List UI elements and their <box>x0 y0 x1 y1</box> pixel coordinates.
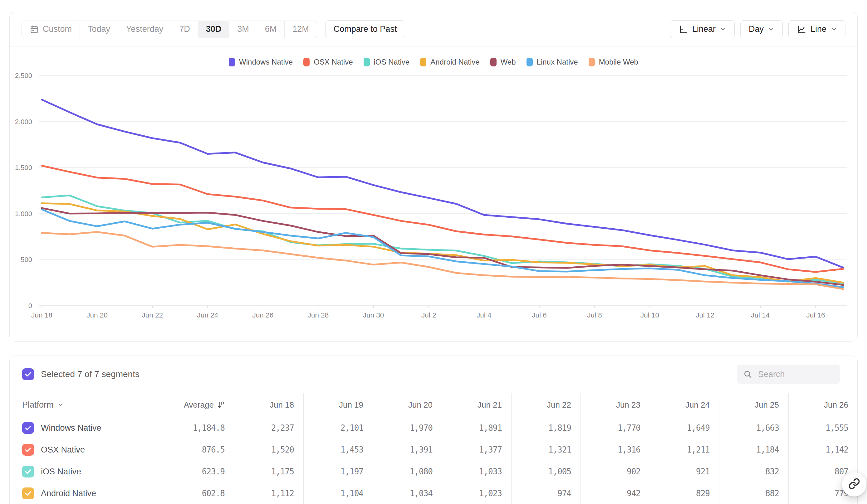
value-cell: 1,377 <box>442 439 502 461</box>
value-cell: 1,453 <box>303 439 363 461</box>
segments-table-card: Selected 7 of 7 segments PlatformAverage… <box>9 355 858 504</box>
link-icon <box>848 478 860 491</box>
value-cell: 1,520 <box>234 439 294 461</box>
table-row-android-native: Android Native602.81,1121,1041,0341,0239… <box>10 482 857 504</box>
value-cell: 1,316 <box>580 439 640 461</box>
value-cell: 1,034 <box>373 482 432 504</box>
value-cell: 832 <box>719 461 779 482</box>
value-cell: 1,211 <box>650 439 710 461</box>
row-checkbox[interactable] <box>22 465 34 478</box>
value-cell: 2,101 <box>303 417 363 439</box>
x-axis-label: Jul 4 <box>477 311 492 319</box>
x-axis-label: Jun 30 <box>363 311 384 319</box>
value-cell: 1,005 <box>511 461 571 482</box>
column-header-label: Jun 23 <box>616 400 640 410</box>
value-cell: 1,080 <box>373 461 432 482</box>
platform-name: OSX Native <box>41 439 85 461</box>
column-header-average[interactable]: Average <box>165 393 225 417</box>
chart-card: CustomTodayYesterday7D30D3M6M12M Compare… <box>9 12 858 341</box>
value-cell: 942 <box>580 482 640 504</box>
value-cell: 921 <box>650 461 710 482</box>
column-header-jun-18[interactable]: Jun 18 <box>234 393 294 417</box>
column-header-platform[interactable]: Platform <box>22 393 64 417</box>
x-axis-label: Jun 28 <box>308 311 329 319</box>
value-cell: 2,237 <box>234 417 294 439</box>
column-header-label: Jun 25 <box>754 400 779 410</box>
table-header-row: PlatformAverageJun 18Jun 19Jun 20Jun 21J… <box>10 393 857 417</box>
selected-segments-label: Selected 7 of 7 segments <box>41 356 139 393</box>
x-axis-label: Jun 18 <box>31 311 52 319</box>
platform-name: Windows Native <box>41 417 101 439</box>
x-axis-label: Jul 12 <box>696 311 714 319</box>
value-cell: 1,175 <box>234 461 294 482</box>
search-input[interactable] <box>758 369 834 380</box>
select-all-checkbox[interactable] <box>22 368 34 380</box>
line-chart-canvas: 05001,0001,5002,0002,500Jun 18Jun 20Jun … <box>10 12 858 342</box>
share-link-fab[interactable] <box>842 472 866 496</box>
value-cell: 902 <box>580 461 640 482</box>
value-cell: 829 <box>650 482 710 504</box>
column-header-label: Jun 21 <box>478 400 502 410</box>
platform-name: iOS Native <box>41 461 81 482</box>
value-cell: 1,663 <box>719 417 779 439</box>
value-cell: 1,184.8 <box>165 417 225 439</box>
row-checkbox[interactable] <box>22 487 34 499</box>
x-axis-label: Jul 6 <box>532 311 547 319</box>
value-cell: 1,321 <box>511 439 571 461</box>
value-cell: 623.9 <box>165 461 225 482</box>
y-axis-label: 0 <box>29 302 32 310</box>
value-cell: 1,112 <box>234 482 294 504</box>
x-axis-label: Jun 22 <box>142 311 163 319</box>
column-header-jun-25[interactable]: Jun 25 <box>719 393 779 417</box>
column-header-jun-24[interactable]: Jun 24 <box>650 393 710 417</box>
y-axis-label: 1,500 <box>15 164 32 172</box>
value-cell: 1,649 <box>650 417 710 439</box>
value-cell: 1,391 <box>373 439 432 461</box>
value-cell: 1,033 <box>442 461 502 482</box>
row-checkbox[interactable] <box>22 444 34 456</box>
column-header-jun-21[interactable]: Jun 21 <box>442 393 502 417</box>
column-header-jun-22[interactable]: Jun 22 <box>511 393 571 417</box>
value-cell: 1,023 <box>442 482 502 504</box>
x-axis-label: Jun 26 <box>253 311 274 319</box>
x-axis-label: Jul 2 <box>421 311 436 319</box>
column-header-label: Jun 26 <box>824 400 848 410</box>
column-header-jun-19[interactable]: Jun 19 <box>303 393 363 417</box>
value-cell: 1,819 <box>511 417 571 439</box>
value-cell: 779 <box>788 482 848 504</box>
value-cell: 882 <box>719 482 779 504</box>
sort-descending-icon <box>216 401 225 409</box>
column-header-label: Jun 24 <box>685 400 710 410</box>
value-cell: 1,891 <box>442 417 502 439</box>
y-axis-label: 2,000 <box>15 118 32 126</box>
value-cell: 1,104 <box>303 482 363 504</box>
x-axis-label: Jul 14 <box>751 311 770 319</box>
value-cell: 1,770 <box>580 417 640 439</box>
value-cell: 1,142 <box>788 439 848 461</box>
x-axis-label: Jun 20 <box>86 311 108 319</box>
chevron-down-icon <box>57 402 64 408</box>
x-axis-label: Jul 16 <box>806 311 825 319</box>
column-header-label: Jun 18 <box>270 400 294 410</box>
value-cell: 974 <box>511 482 571 504</box>
search-icon <box>743 370 752 379</box>
platform-header-label: Platform <box>22 400 54 410</box>
column-header-jun-20[interactable]: Jun 20 <box>373 393 432 417</box>
series-line-mobile-web <box>42 232 843 289</box>
value-cell: 1,184 <box>719 439 779 461</box>
column-header-label: Jun 22 <box>547 400 571 410</box>
platform-name: Android Native <box>41 482 96 504</box>
table-row-ios-native: iOS Native623.91,1751,1971,0801,0331,005… <box>10 461 857 482</box>
x-axis-label: Jun 24 <box>197 311 218 319</box>
row-checkbox[interactable] <box>22 422 34 434</box>
value-cell: 1,970 <box>373 417 432 439</box>
column-header-label: Jun 20 <box>408 400 432 410</box>
column-header-jun-23[interactable]: Jun 23 <box>580 393 640 417</box>
y-axis-label: 1,000 <box>15 210 32 218</box>
y-axis-label: 2,500 <box>15 72 32 79</box>
table-row-windows-native: Windows Native1,184.82,2372,1011,9701,89… <box>10 417 857 439</box>
column-header-jun-26[interactable]: Jun 26 <box>788 393 848 417</box>
table-row-osx-native: OSX Native876.51,5201,4531,3911,3771,321… <box>10 439 857 461</box>
x-axis-label: Jul 10 <box>640 311 659 319</box>
value-cell: 876.5 <box>165 439 225 461</box>
